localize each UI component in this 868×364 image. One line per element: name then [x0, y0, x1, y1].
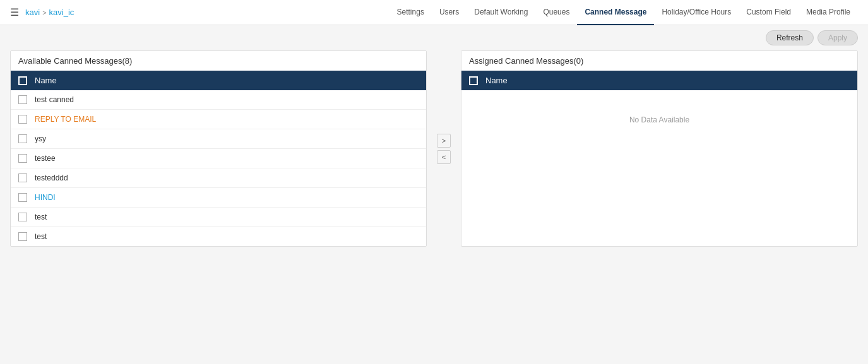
row-2-name: REPLY TO EMAIL	[35, 115, 96, 124]
top-bar: ☰ kavi > kavi_ic Settings Users Default …	[0, 0, 868, 25]
row-5-name: testedddd	[35, 173, 68, 182]
row-1-checkbox[interactable]	[18, 95, 27, 104]
assigned-header-name: Name	[485, 76, 508, 85]
assigned-panel: Assigned Canned Messages(0) Name No Data…	[461, 50, 858, 247]
toolbar-row: Refresh Apply	[0, 25, 868, 50]
row-1-name: test canned	[35, 95, 74, 104]
available-panel: Available Canned Messages(8) Name test c…	[10, 50, 427, 247]
apply-button[interactable]: Apply	[817, 30, 858, 45]
row-4-checkbox[interactable]	[18, 154, 27, 163]
row-6-name: HINDI	[35, 193, 56, 202]
row-7-checkbox[interactable]	[18, 213, 27, 221]
nav-media-profile[interactable]: Media Profile	[799, 0, 858, 25]
assigned-select-all-checkbox[interactable]	[469, 76, 478, 85]
table-row: ysy	[11, 129, 426, 149]
available-header-name: Name	[35, 76, 57, 85]
table-row: testedddd	[11, 168, 426, 188]
nav-holiday-office-hours[interactable]: Holiday/Office Hours	[654, 0, 739, 25]
nav-canned-message[interactable]: Canned Message	[577, 0, 654, 25]
available-select-all-checkbox[interactable]	[18, 76, 27, 85]
table-row: REPLY TO EMAIL	[11, 110, 426, 129]
breadcrumb: kavi > kavi_ic	[25, 8, 74, 17]
hamburger-icon[interactable]: ☰	[10, 6, 19, 18]
row-7-name: test	[35, 213, 47, 221]
table-row: HINDI	[11, 188, 426, 208]
available-panel-title: Available Canned Messages(8)	[11, 51, 426, 71]
assigned-panel-title: Assigned Canned Messages(0)	[461, 51, 857, 71]
nav-users[interactable]: Users	[432, 0, 467, 25]
table-row: test canned	[11, 90, 426, 110]
refresh-button[interactable]: Refresh	[766, 30, 814, 45]
assigned-table-header: Name	[461, 71, 857, 90]
table-row: test	[11, 227, 426, 246]
transfer-forward-button[interactable]: >	[437, 134, 451, 148]
breadcrumb-child[interactable]: kavi_ic	[49, 8, 74, 17]
row-5-checkbox[interactable]	[18, 173, 27, 182]
row-8-checkbox[interactable]	[18, 232, 27, 241]
row-8-name: test	[35, 232, 47, 241]
row-3-checkbox[interactable]	[18, 134, 27, 143]
available-table-header: Name	[11, 71, 426, 90]
table-row: test	[11, 208, 426, 227]
main-nav: Settings Users Default Working Queues Ca…	[389, 0, 858, 25]
breadcrumb-root[interactable]: kavi	[25, 8, 40, 17]
nav-queues[interactable]: Queues	[535, 0, 577, 25]
breadcrumb-separator: >	[42, 9, 46, 16]
no-data-message: No Data Available	[461, 90, 857, 150]
row-3-name: ysy	[35, 134, 46, 143]
transfer-controls: > <	[434, 50, 453, 247]
nav-settings[interactable]: Settings	[389, 0, 432, 25]
transfer-backward-button[interactable]: <	[437, 150, 451, 164]
row-6-checkbox[interactable]	[18, 193, 27, 202]
main-content: Available Canned Messages(8) Name test c…	[0, 50, 868, 257]
table-row: testee	[11, 149, 426, 168]
row-2-checkbox[interactable]	[18, 115, 27, 124]
nav-default-working[interactable]: Default Working	[467, 0, 535, 25]
nav-custom-field[interactable]: Custom Field	[739, 0, 799, 25]
row-4-name: testee	[35, 154, 56, 163]
